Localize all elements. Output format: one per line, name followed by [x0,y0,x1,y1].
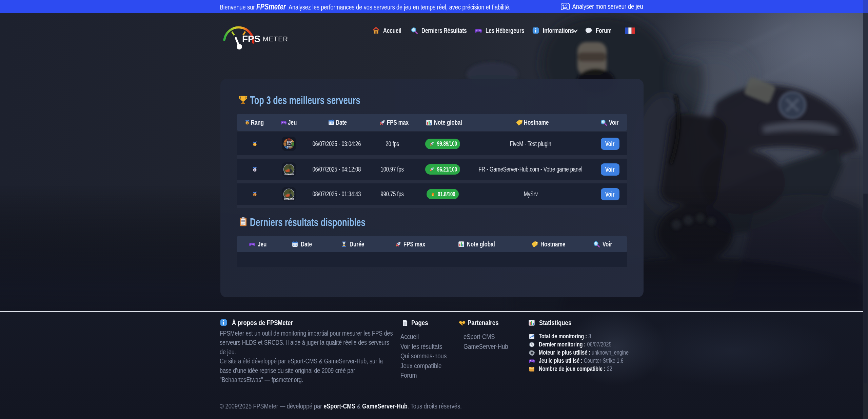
svg-text:METER: METER [263,35,288,43]
svg-text:FPS: FPS [242,34,260,44]
